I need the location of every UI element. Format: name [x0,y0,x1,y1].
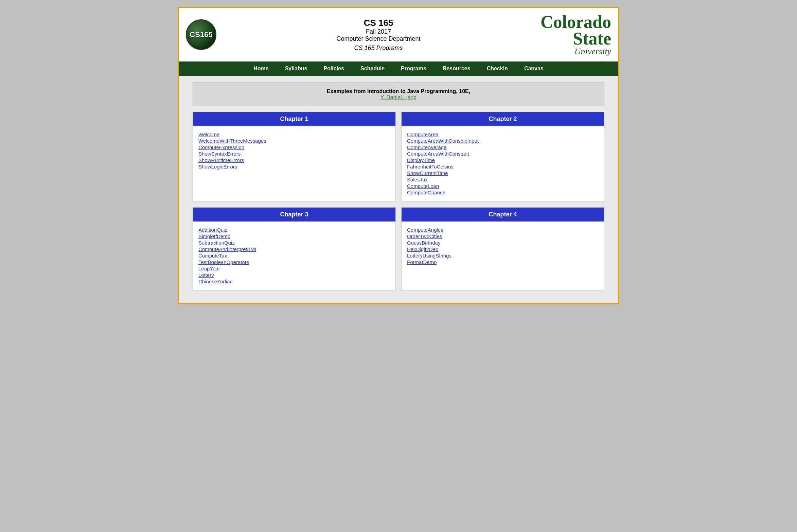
examples-author[interactable]: Y. Daniel Liang [380,94,417,100]
chapter-link[interactable]: FormatDemo [407,259,599,265]
chapter4-links: ComputeAnglesOrderTwoCitiesGuessBirthday… [402,221,604,289]
nav-schedule[interactable]: Schedule [352,61,393,76]
chapter-link[interactable]: ShowCurrentTime [407,170,599,176]
csu-university-text: University [541,47,611,56]
csu-logo: Colorado State University [541,14,611,56]
chapter-link[interactable]: ComputeAreaWithConstant [407,151,599,157]
header-center: CS 165 Fall 2017 Computer Science Depart… [216,18,541,52]
chapter-link[interactable]: ComputeAverage [407,144,599,150]
chapter3-header: Chapter 3 [193,208,395,221]
chapter-link[interactable]: SubtractionQuiz [198,240,390,246]
csu-logo-text: Colorado State [541,14,611,47]
chapter-link[interactable]: ComputeChange [407,190,599,195]
chapter2-links: ComputeAreaComputeAreaWithConsoleInputCo… [402,126,604,201]
chapter1-block: Chapter 1 WelcomeWelcomeWithThreeMessage… [193,112,396,202]
chapter-link[interactable]: OrderTwoCities [407,233,599,239]
nav-programs[interactable]: Programs [393,61,435,76]
chapter-link[interactable]: ComputeLoan [407,183,599,189]
header: CS165 CS 165 Fall 2017 Computer Science … [179,8,618,61]
logo-text: CS165 [190,30,212,39]
chapter-link[interactable]: HexDigit2Dec [407,246,599,252]
chapter1-links: WelcomeWelcomeWithThreeMessagesComputeEx… [193,126,395,194]
chapter-link[interactable]: GuessBirthday [407,240,599,246]
chapter-link[interactable]: DisplayTime [407,157,599,163]
chapter-link[interactable]: Lottery [198,272,390,278]
nav-bar: Home Syllabus Policies Schedule Programs… [179,61,618,76]
chapter-link[interactable]: AdditionQuiz [198,227,390,233]
examples-title: Examples from Introduction to Java Progr… [198,88,599,94]
examples-box: Examples from Introduction to Java Progr… [193,83,604,106]
chapter3-links: AdditionQuizSimpleIfDemoSubtractionQuizC… [193,221,395,290]
chapter-link[interactable]: ComputeAndInterpretBMI [198,246,390,252]
chapter2-header: Chapter 2 [402,112,604,126]
course-title: CS 165 [216,18,541,28]
chapter-link[interactable]: ComputeExpression [198,144,390,150]
chapter-link[interactable]: WelcomeWithThreeMessages [198,138,390,144]
chapter-link[interactable]: ComputeAngles [407,227,599,233]
chapter-link[interactable]: SalesTax [407,177,599,182]
chapter-link[interactable]: ShowLogicErrors [198,164,390,170]
chapter1-header: Chapter 1 [193,112,395,126]
chapter4-block: Chapter 4 ComputeAnglesOrderTwoCitiesGue… [401,207,604,291]
page-wrapper: CS165 CS 165 Fall 2017 Computer Science … [178,7,619,304]
chapter-link[interactable]: LotteryUsingStrings [407,253,599,259]
chapter-link[interactable]: ComputeTax [198,253,390,259]
chapter-grid-row2: Chapter 3 AdditionQuizSimpleIfDemoSubtra… [193,207,604,291]
nav-checkin[interactable]: Checkin [479,61,516,76]
nav-canvas[interactable]: Canvas [516,61,552,76]
chapter4-header: Chapter 4 [402,208,604,221]
chapter-link[interactable]: LeapYear [198,266,390,271]
nav-home[interactable]: Home [245,61,277,76]
main-content: Examples from Introduction to Java Progr… [179,76,618,303]
chapter-link[interactable]: ShowSyntaxErrors [198,151,390,157]
chapter-link[interactable]: ShowRuntimeErrors [198,157,390,163]
nav-policies[interactable]: Policies [315,61,352,76]
nav-resources[interactable]: Resources [435,61,479,76]
course-term: Fall 2017 [216,28,541,35]
chapter-grid-row1: Chapter 1 WelcomeWelcomeWithThreeMessage… [193,112,604,202]
chapter2-block: Chapter 2 ComputeAreaComputeAreaWithCons… [401,112,604,202]
chapter-link[interactable]: Welcome [198,131,390,137]
course-subtitle: CS 165 Programs [216,45,541,52]
chapter-link[interactable]: ChineseZodiac [198,279,390,284]
course-dept: Computer Science Department [216,35,541,42]
chapter3-block: Chapter 3 AdditionQuizSimpleIfDemoSubtra… [193,207,396,291]
chapter-link[interactable]: TestBooleanOperators [198,259,390,265]
chapter-link[interactable]: FahrenheitToCelsius [407,164,599,170]
nav-syllabus[interactable]: Syllabus [277,61,316,76]
chapter-link[interactable]: SimpleIfDemo [198,233,390,239]
chapter-link[interactable]: ComputeAreaWithConsoleInput [407,138,599,144]
chapter-link[interactable]: ComputeArea [407,131,599,137]
course-logo: CS165 [186,19,216,50]
